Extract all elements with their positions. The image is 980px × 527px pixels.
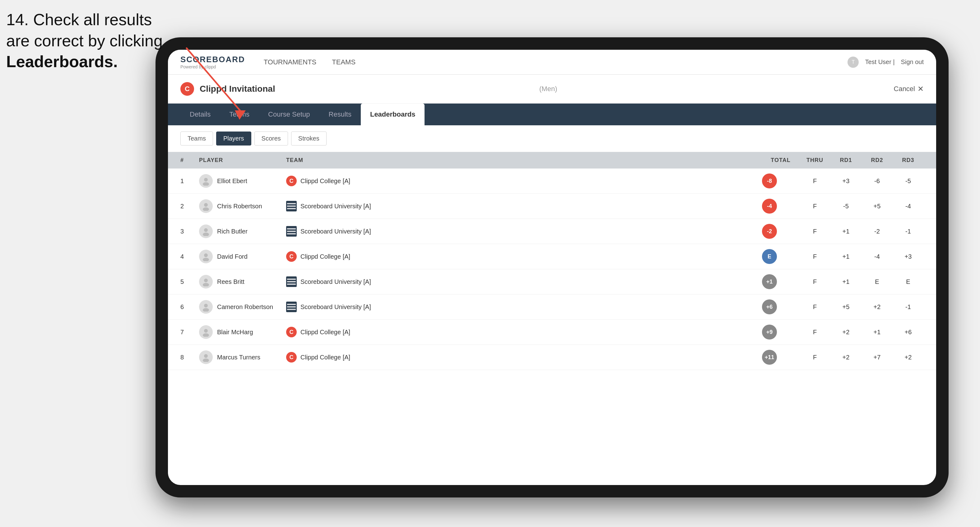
rd1-cell: +2 <box>830 354 862 361</box>
filter-scores[interactable]: Scores <box>255 132 288 146</box>
thru-cell: F <box>799 203 830 210</box>
svg-point-9 <box>204 228 208 232</box>
cancel-label: Cancel <box>894 85 915 93</box>
svg-point-21 <box>204 304 208 308</box>
team-name: Scoreboard University [A] <box>301 303 371 311</box>
rd1-cell: +3 <box>830 178 862 185</box>
player-name: Elliot Ebert <box>217 178 247 185</box>
rd1-cell: +1 <box>830 228 862 235</box>
nav-links: TOURNAMENTS TEAMS <box>264 57 848 68</box>
rd3-cell: +6 <box>892 329 924 336</box>
table-row: 6 Cameron Robertson Scoreboard Universit… <box>168 294 936 320</box>
leaderboard-table: # PLAYER TEAM TOTAL THRU RD1 RD2 RD3 1 E… <box>168 152 936 485</box>
team-logo-sb <box>286 226 297 237</box>
player-avatar <box>199 199 213 213</box>
tab-course-setup[interactable]: Course Setup <box>259 103 320 125</box>
svg-point-10 <box>203 233 209 236</box>
col-rd3: RD3 <box>892 157 924 163</box>
rd3-cell: -1 <box>892 228 924 235</box>
player-name: Rich Butler <box>217 228 248 235</box>
player-cell: David Ford <box>199 250 286 264</box>
nav-right: T Test User | Sign out <box>848 57 924 68</box>
col-team: TEAM <box>286 157 404 163</box>
svg-rect-24 <box>287 306 296 308</box>
tab-teams[interactable]: Teams <box>220 103 259 125</box>
team-name: Clippd College [A] <box>301 178 350 185</box>
svg-point-2 <box>204 178 208 182</box>
svg-point-4 <box>204 203 208 207</box>
nav-bar: SCOREBOARD Powered by clippd TOURNAMENTS… <box>168 50 936 75</box>
thru-cell: F <box>799 178 830 185</box>
svg-point-28 <box>204 354 208 358</box>
svg-rect-11 <box>287 228 296 229</box>
rd1-cell: +1 <box>830 278 862 286</box>
table-row: 1 Elliot Ebert C Clippd College [A] -8 F… <box>168 168 936 194</box>
logo-subtitle: Powered by clippd <box>180 64 245 69</box>
tournament-title: Clippd Invitational <box>200 84 536 94</box>
instruction-text: 14. Check all results are correct by cli… <box>6 10 163 73</box>
svg-point-27 <box>203 333 209 337</box>
svg-rect-13 <box>287 233 296 235</box>
svg-rect-6 <box>287 203 296 204</box>
player-cell: Rees Britt <box>199 275 286 289</box>
player-cell: Blair McHarg <box>199 325 286 339</box>
nav-link-tournaments[interactable]: TOURNAMENTS <box>264 57 317 68</box>
score-badge: E <box>762 249 777 264</box>
total-cell: +11 <box>762 350 799 365</box>
thru-cell: F <box>799 354 830 361</box>
tablet-screen: SCOREBOARD Powered by clippd TOURNAMENTS… <box>168 50 936 485</box>
svg-rect-19 <box>287 281 296 282</box>
svg-point-16 <box>204 279 208 282</box>
filter-teams[interactable]: Teams <box>180 132 213 146</box>
player-name: David Ford <box>217 253 248 260</box>
rd2-cell: -4 <box>862 253 892 260</box>
filter-strokes[interactable]: Strokes <box>291 132 326 146</box>
total-cell: -4 <box>762 199 799 214</box>
score-badge: -2 <box>762 224 777 239</box>
table-row: 3 Rich Butler Scoreboard University [A] … <box>168 219 936 244</box>
player-name: Cameron Robertson <box>217 303 273 311</box>
rd3-cell: E <box>892 278 924 286</box>
rd3-cell: -5 <box>892 178 924 185</box>
player-avatar <box>199 351 213 364</box>
filter-players[interactable]: Players <box>216 132 251 146</box>
total-cell: +6 <box>762 299 799 314</box>
player-name: Marcus Turners <box>217 354 260 361</box>
tournament-subtitle: (Men) <box>539 85 557 93</box>
user-label: Test User | <box>865 59 894 66</box>
player-name: Rees Britt <box>217 278 245 286</box>
cancel-button[interactable]: Cancel ✕ <box>894 84 924 93</box>
rd2-cell: +2 <box>862 303 892 311</box>
table-body: 1 Elliot Ebert C Clippd College [A] -8 F… <box>168 168 936 370</box>
tournament-header: C Clippd Invitational (Men) Cancel ✕ <box>168 75 936 103</box>
team-name: Scoreboard University [A] <box>301 278 371 286</box>
tab-details[interactable]: Details <box>180 103 220 125</box>
rank-cell: 6 <box>180 303 199 311</box>
col-thru: THRU <box>799 157 830 163</box>
table-row: 5 Rees Britt Scoreboard University [A] +… <box>168 269 936 294</box>
total-cell: -2 <box>762 224 799 239</box>
player-avatar <box>199 300 213 314</box>
svg-rect-20 <box>287 284 296 285</box>
player-avatar <box>199 224 213 238</box>
rank-cell: 5 <box>180 278 199 286</box>
team-name: Clippd College [A] <box>301 329 350 336</box>
tab-bar: Details Teams Course Setup Results Leade… <box>168 103 936 125</box>
tab-results[interactable]: Results <box>320 103 361 125</box>
svg-point-5 <box>203 207 209 211</box>
col-rd1: RD1 <box>830 157 862 163</box>
rank-cell: 3 <box>180 228 199 235</box>
tab-leaderboards[interactable]: Leaderboards <box>361 103 425 125</box>
rank-cell: 2 <box>180 203 199 210</box>
col-rd2: RD2 <box>862 157 892 163</box>
rd3-cell: +3 <box>892 253 924 260</box>
rd1-cell: +5 <box>830 303 862 311</box>
team-cell: C Clippd College [A] <box>286 352 404 362</box>
total-cell: +1 <box>762 274 799 289</box>
nav-link-teams[interactable]: TEAMS <box>332 57 355 68</box>
svg-rect-18 <box>287 279 296 280</box>
svg-rect-23 <box>287 304 296 305</box>
team-name: Scoreboard University [A] <box>301 203 371 210</box>
sign-out-link[interactable]: Sign out <box>901 59 924 66</box>
total-cell: +9 <box>762 325 799 340</box>
